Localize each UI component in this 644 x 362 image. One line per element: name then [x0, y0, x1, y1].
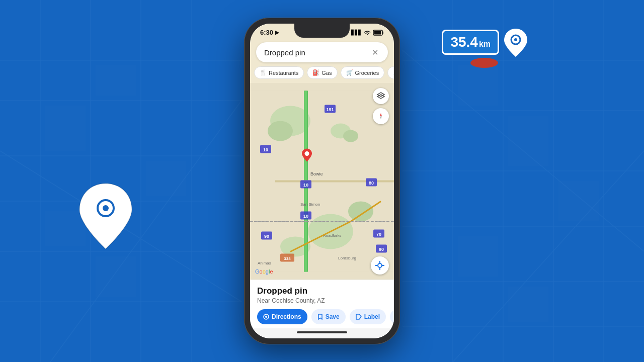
wifi-icon	[364, 30, 371, 35]
home-indicator	[250, 328, 394, 338]
groceries-icon: 🛒	[346, 69, 353, 76]
label-icon	[356, 314, 362, 320]
svg-point-85	[378, 263, 382, 267]
directions-icon	[263, 314, 269, 320]
save-button[interactable]: Save	[311, 309, 346, 324]
svg-point-46	[343, 130, 358, 142]
map-svg: 191 10 10 10 90 80	[250, 83, 394, 280]
restaurants-icon: 🍴	[260, 69, 267, 76]
svg-rect-25	[96, 65, 136, 96]
save-label: Save	[326, 313, 340, 320]
svg-text:191: 191	[326, 107, 334, 112]
directions-button[interactable]: Directions	[257, 309, 307, 324]
share-button[interactable]: Sh...	[390, 309, 394, 324]
action-buttons: Directions Save Label	[257, 309, 387, 324]
svg-text:80: 80	[369, 180, 374, 186]
svg-text:Lordsburg: Lordsburg	[338, 256, 356, 260]
svg-text:90: 90	[379, 247, 384, 252]
place-title: Dropped pin	[257, 286, 387, 296]
svg-marker-84	[380, 116, 382, 119]
svg-point-44	[268, 121, 293, 141]
svg-rect-31	[558, 181, 599, 221]
compass-button[interactable]	[373, 108, 389, 124]
svg-rect-28	[96, 256, 136, 297]
distance-unit: km	[479, 40, 491, 49]
navigation-arrow-icon: ▶	[275, 30, 279, 35]
time-text: 6:30	[260, 29, 273, 36]
svg-text:San Simon: San Simon	[300, 202, 320, 207]
category-coffee[interactable]: ☕ Coffee	[387, 66, 394, 79]
svg-rect-29	[458, 65, 498, 106]
svg-marker-83	[380, 113, 382, 116]
directions-label: Directions	[272, 313, 301, 320]
groceries-label: Groceries	[355, 70, 379, 76]
gas-icon: ⛽	[312, 69, 319, 76]
label-label: Label	[364, 313, 380, 320]
coffee-icon: ☕	[393, 69, 394, 76]
search-close-button[interactable]: ✕	[370, 47, 380, 57]
save-icon	[317, 314, 323, 320]
status-time: 6:30 ▶	[260, 29, 279, 36]
distance-badge: 35.4 km	[442, 28, 528, 57]
distance-number: 35.4	[450, 34, 478, 50]
location-icon	[375, 260, 385, 270]
distance-box: 35.4 km	[442, 30, 499, 55]
battery-icon	[373, 30, 384, 36]
search-text: Dropped pin	[264, 48, 305, 57]
location-button[interactable]	[371, 256, 389, 275]
category-restaurants[interactable]: 🍴 Restaurants	[254, 66, 304, 79]
phone-frame: 6:30 ▶ ▋▋▋ Dropped pin	[244, 18, 400, 344]
bottom-panel: Dropped pin Near Cochise County, AZ Dire…	[250, 280, 394, 328]
svg-rect-24	[45, 106, 86, 151]
svg-point-48	[348, 202, 373, 222]
svg-point-36	[103, 205, 109, 211]
phone-notch	[294, 24, 350, 38]
google-logo: Google	[255, 268, 273, 275]
category-bar: 🍴 Restaurants ⛽ Gas 🛒 Groceries ☕ Coffee	[250, 66, 394, 83]
badge-location-pin	[503, 28, 528, 57]
restaurants-label: Restaurants	[269, 70, 298, 76]
status-icons: ▋▋▋	[351, 30, 384, 36]
svg-text:70: 70	[376, 232, 381, 237]
svg-text:10: 10	[263, 147, 268, 152]
gas-label: Gas	[321, 70, 332, 76]
svg-text:90: 90	[264, 234, 269, 239]
category-gas[interactable]: ⛽ Gas	[307, 66, 337, 79]
svg-text:Bowie: Bowie	[310, 171, 323, 176]
home-bar	[297, 331, 347, 333]
svg-rect-32	[458, 236, 498, 277]
svg-text:338: 338	[284, 256, 291, 261]
layers-icon	[376, 92, 385, 101]
svg-point-91	[265, 316, 267, 318]
label-button[interactable]: Label	[350, 309, 386, 324]
svg-rect-40	[382, 31, 383, 34]
signal-icon: ▋▋▋	[351, 30, 362, 35]
svg-point-80	[305, 151, 309, 156]
map-area[interactable]: 191 10 10 10 90 80	[250, 83, 394, 280]
svg-text:Animas: Animas	[258, 261, 271, 265]
category-groceries[interactable]: 🛒 Groceries	[341, 66, 385, 79]
svg-rect-30	[508, 116, 548, 166]
svg-point-38	[514, 38, 517, 41]
search-input-field[interactable]: Dropped pin ✕	[256, 42, 388, 62]
svg-text:10: 10	[303, 183, 308, 188]
svg-rect-26	[146, 161, 186, 196]
red-oval-decoration	[470, 58, 498, 68]
svg-rect-41	[374, 31, 381, 34]
place-subtitle: Near Cochise County, AZ	[257, 297, 387, 304]
svg-text:10: 10	[303, 214, 308, 219]
svg-rect-33	[508, 287, 548, 322]
phone-screen: 6:30 ▶ ▋▋▋ Dropped pin	[250, 24, 394, 338]
large-location-pin	[75, 181, 136, 246]
layers-button[interactable]	[373, 88, 389, 104]
compass-icon	[376, 112, 385, 121]
search-bar-container: Dropped pin ✕	[250, 39, 394, 66]
